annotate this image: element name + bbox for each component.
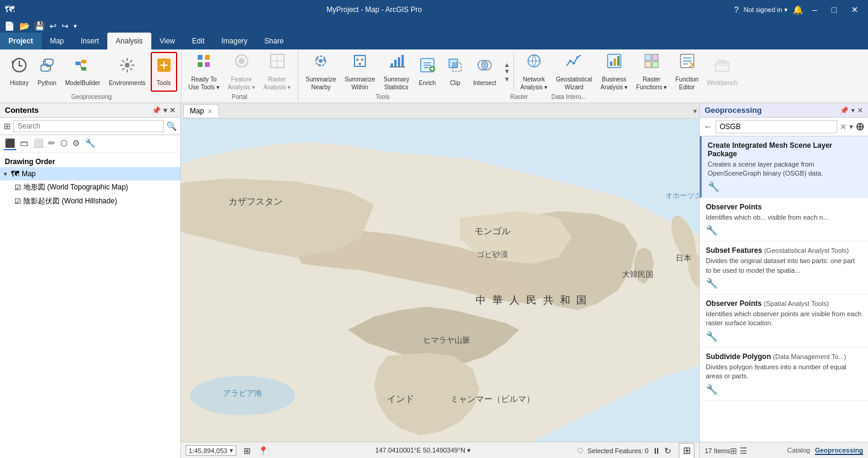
layer-tool-7[interactable]: 🔧: [84, 137, 96, 150]
india-label: インド: [387, 393, 414, 404]
main-area: Contents 📌 ▾ ✕ ⊞ 🔍 ⬛ 🗃 ⬜ ✏ ⬡ ⚙ 🔧 Drawing…: [0, 103, 868, 458]
geoprocessing-tab[interactable]: Geoprocessing: [815, 447, 863, 455]
minimize-button[interactable]: –: [808, 4, 822, 16]
scroll-expand-button[interactable]: ▼: [503, 76, 510, 83]
not-signed-in[interactable]: Not signed in ▾: [743, 6, 787, 14]
bell-icon[interactable]: 🔔: [793, 5, 803, 14]
nav-icon[interactable]: 📍: [258, 446, 268, 456]
map-tab-close[interactable]: ✕: [207, 108, 212, 115]
refresh-icon[interactable]: ↻: [664, 446, 671, 456]
geo-search-input[interactable]: [715, 120, 837, 133]
geo-close-icon[interactable]: ✕: [857, 106, 863, 115]
tab-share[interactable]: Share: [256, 33, 292, 49]
environments-button[interactable]: Environments: [105, 52, 149, 92]
tab-analysis[interactable]: Analysis: [107, 33, 151, 49]
filter-icon[interactable]: ⊞: [4, 121, 11, 131]
grid-view-icon[interactable]: ⊞: [730, 446, 737, 456]
modelbuilder-button[interactable]: ModelBuilder: [61, 52, 104, 92]
geo-options-icon[interactable]: ▾: [851, 106, 855, 115]
intersect-button[interactable]: Intersect: [470, 52, 500, 92]
svg-rect-13: [198, 55, 203, 60]
svg-point-52: [576, 56, 579, 59]
spatial-ref-icon[interactable]: ⊞: [244, 446, 251, 456]
geo-back-button[interactable]: ←: [703, 121, 713, 132]
layer-tool-1[interactable]: ⬛: [4, 137, 16, 150]
result-desc-5: Divides polygon features into a number o…: [706, 363, 862, 381]
feature-analysis-button[interactable]: FeatureAnalysis ▾: [224, 52, 259, 92]
map-tab[interactable]: Map ✕: [183, 104, 219, 117]
customize-icon[interactable]: ▾: [72, 22, 79, 31]
tab-insert[interactable]: Insert: [72, 33, 107, 49]
scale-value: 1:45,894,053: [189, 447, 227, 454]
svg-point-25: [323, 59, 326, 61]
undo-icon[interactable]: ↩: [48, 21, 58, 31]
checkbox-topographic[interactable]: ☑: [14, 183, 21, 192]
summarize-nearby-button[interactable]: SummarizeNearby: [302, 52, 340, 92]
help-button[interactable]: ?: [734, 5, 739, 14]
summarize-within-button[interactable]: SummarizeWithin: [341, 52, 379, 92]
network-analysis-button[interactable]: NetworkAnalysis ▾: [517, 52, 551, 92]
tab-view[interactable]: View: [151, 33, 184, 49]
scroll-up-button[interactable]: ▲: [503, 62, 510, 68]
checkbox-hillshade[interactable]: ☑: [14, 197, 21, 206]
redo-icon[interactable]: ↪: [60, 21, 71, 31]
clip-button[interactable]: Clip: [442, 52, 468, 92]
raster-analysis-portal-button[interactable]: RasterAnalysis ▾: [260, 52, 294, 92]
geo-result-subdivide-polygon[interactable]: Subdivide Polygon (Data Management To...…: [700, 348, 868, 401]
geostatistical-wizard-button[interactable]: GeostatisticalWizard: [552, 52, 596, 92]
contents-close-icon[interactable]: ✕: [169, 106, 175, 115]
geo-dropdown-button[interactable]: ▾: [849, 122, 853, 131]
layer-tool-4[interactable]: ✏: [47, 137, 57, 150]
open-icon[interactable]: 📂: [17, 21, 31, 31]
result-desc-2: Identifies which ob... visible from each…: [706, 213, 862, 222]
layer-tool-3[interactable]: ⬜: [32, 137, 45, 150]
geo-clear-button[interactable]: ✕: [840, 122, 847, 132]
map-corner-button[interactable]: ⊞: [679, 443, 694, 459]
tools-button[interactable]: Tools: [151, 52, 177, 92]
business-analysis-button[interactable]: BusinessAnalysis ▾: [597, 52, 631, 92]
search-input[interactable]: [13, 120, 164, 132]
enrich-button[interactable]: Enrich: [414, 52, 441, 92]
ready-to-use-tools-button[interactable]: Ready ToUse Tools ▾: [185, 52, 224, 92]
map-collapse-icon[interactable]: ▾: [693, 107, 697, 115]
geo-result-create-integrated-mesh[interactable]: Create Integrated Mesh Scene Layer Packa…: [700, 136, 868, 198]
geo-result-observer-points-1[interactable]: Observer Points Identifies which ob... v…: [700, 198, 868, 241]
save-icon[interactable]: 💾: [33, 21, 46, 31]
pause-icon[interactable]: ⏸: [652, 446, 661, 456]
geo-add-button[interactable]: ⊕: [855, 120, 864, 133]
layer-tool-6[interactable]: ⚙: [71, 137, 81, 150]
catalog-tab[interactable]: Catalog: [787, 447, 810, 455]
options-icon[interactable]: ▾: [163, 106, 167, 115]
raster-functions-label: RasterFunctions ▾: [636, 75, 667, 91]
list-view-icon[interactable]: ☰: [740, 446, 747, 456]
layer-tool-5[interactable]: ⬡: [59, 137, 69, 150]
geo-result-observer-points-2[interactable]: Observer Points (Spatial Analyst Tools) …: [700, 294, 868, 348]
layer-tool-2[interactable]: 🗃: [19, 137, 30, 150]
maximize-button[interactable]: □: [827, 4, 841, 16]
summary-statistics-button[interactable]: SummaryStatistics: [380, 52, 413, 92]
geo-result-subset-features[interactable]: Subset Features (Geostatistical Analyst …: [700, 241, 868, 294]
history-button[interactable]: History: [6, 52, 33, 92]
enrich-label: Enrich: [419, 79, 436, 87]
sublayer-topographic[interactable]: ☑ 地形図 (World Topographic Map): [0, 180, 180, 194]
function-editor-button[interactable]: FunctionEditor: [671, 52, 702, 92]
workbench-button[interactable]: Workbench: [703, 52, 741, 92]
close-button[interactable]: ✕: [846, 4, 863, 16]
tab-imagery[interactable]: Imagery: [213, 33, 256, 49]
sublayer-hillshade[interactable]: ☑ 陰影起伏図 (World Hillshade): [0, 194, 180, 208]
scroll-mid-button[interactable]: ▼: [503, 68, 510, 75]
scale-dropdown[interactable]: 1:45,894,053 ▾: [186, 445, 236, 456]
pin-icon[interactable]: 📌: [152, 106, 161, 115]
map-view[interactable]: カザフスタン モンゴル ゴビ砂漠 中 華 人 民 共 和 国 ヒマラヤ山脈 イン…: [181, 119, 699, 442]
tab-map[interactable]: Map: [42, 33, 72, 49]
layer-item-map[interactable]: ▼ 🗺 Map: [0, 167, 180, 180]
raster-functions-button[interactable]: RasterFunctions ▾: [632, 52, 670, 92]
map-tab-bar: Map ✕ ▾: [181, 103, 699, 119]
new-project-icon[interactable]: 📄: [2, 21, 16, 31]
tab-project[interactable]: Project: [0, 33, 42, 49]
tab-edit[interactable]: Edit: [184, 33, 213, 49]
geo-header-controls: 📌 ▾ ✕: [840, 106, 863, 115]
geo-pin-icon[interactable]: 📌: [840, 106, 849, 115]
python-button[interactable]: Python: [34, 52, 60, 92]
search-btn-icon[interactable]: 🔍: [166, 121, 177, 131]
